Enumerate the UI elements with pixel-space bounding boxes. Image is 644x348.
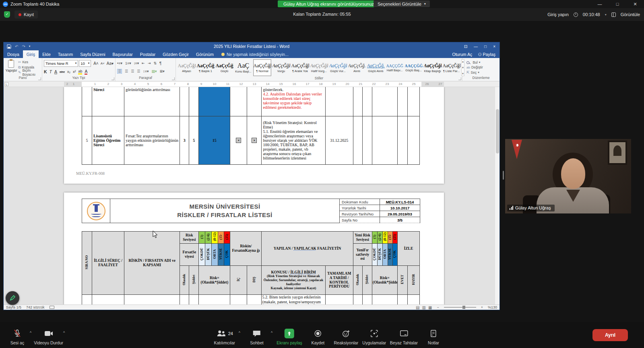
shared-screen-scroll-indicator[interactable] (503, 171, 504, 180)
sign-in-office[interactable]: Oturum Aç (452, 52, 473, 57)
tab-dosya[interactable]: Dosya (4, 50, 23, 58)
ribbon-display-icon[interactable]: ⊡ (464, 44, 467, 49)
style-altyazi[interactable]: AaÇçĞğHAltyazı (178, 59, 196, 76)
format-painter-button[interactable]: ✎Biçim Boyacısı (18, 70, 40, 75)
print-layout-icon[interactable]: ▥ (422, 305, 426, 310)
shading-icon[interactable]: ▨▾ (152, 69, 157, 73)
replace-button[interactable]: abDeğiştir (466, 65, 483, 70)
read-mode-icon[interactable]: ▤ (416, 305, 419, 310)
apps-button[interactable]: Uygulamalar (362, 325, 387, 345)
participant-video-tile[interactable]: Gülay Altun Uğraş (505, 139, 631, 213)
page-1[interactable]: Süreci görünürlüğünün arttırılması göste… (64, 87, 444, 184)
style-normal[interactable]: AaÇçĞğŀ¶ Normal (253, 59, 271, 76)
annotation-pen-button[interactable] (6, 291, 19, 305)
shrink-font-icon[interactable]: A˅ (101, 62, 105, 65)
select-button[interactable]: ⇱Seç ▾ (466, 70, 483, 75)
tab-basvurular[interactable]: Başvurular (109, 50, 136, 58)
notes-button[interactable]: Notlar (421, 325, 446, 345)
style-kitap-basligi[interactable]: AaÇçĞğlKitap Başlığı (423, 59, 442, 76)
style-guclu-alinti[interactable]: AaÇçĞğ.Güçlü Alıntı (367, 59, 385, 76)
document-area[interactable]: Süreci görünürlüğünün arttırılması göste… (4, 87, 500, 304)
style-hafif-basvuru[interactable]: AAÇÇĞĞHafif Başv... (386, 59, 404, 76)
zoom-slider-thumb[interactable] (462, 306, 465, 309)
zoom-out-icon[interactable]: − (437, 305, 439, 309)
share-document-button[interactable]: ⚇ Paylaş (478, 52, 495, 57)
multilevel-list-icon[interactable]: ⁝≡▾ (134, 61, 139, 65)
dialog-launcher-icon[interactable] (172, 77, 175, 80)
change-case-icon[interactable]: Aa▾ (107, 61, 114, 66)
tab-gorunum[interactable]: Görünüm (192, 50, 217, 58)
document-scrollbar[interactable] (495, 87, 500, 304)
word-count[interactable]: 742 sözcük (26, 305, 45, 309)
style-guclu-vurgu[interactable]: AaÇçĞğİGüçlü Vur... (329, 59, 347, 76)
share-screen-button[interactable]: Ekranı paylaş (277, 325, 302, 345)
zoom-level[interactable]: %130 (488, 305, 497, 309)
dialog-launcher-icon[interactable] (38, 77, 41, 80)
page-2[interactable]: MERSİN ÜNİVERSİTESİ RİSKLER / FIRSATLAR … (64, 193, 444, 304)
style-aralik-yok[interactable]: AaÇçĞğŀ¶ Aralık Yok (291, 59, 309, 76)
web-layout-icon[interactable]: ▦ (428, 305, 432, 310)
participants-chevron-icon[interactable]: ^ (239, 331, 240, 345)
view-button[interactable]: Görüntüle (621, 12, 640, 17)
underline-button[interactable]: A (54, 69, 57, 74)
borders-icon[interactable]: ⊞▾ (160, 69, 165, 73)
word-restore-button[interactable]: □ (484, 44, 487, 49)
whiteboards-button[interactable]: Beyaz Tahtalar (390, 325, 418, 345)
align-center-icon[interactable]: ☰ (125, 69, 128, 73)
decrease-indent-icon[interactable]: ⇤ (142, 61, 145, 65)
highlight-color-button[interactable]: ab (78, 69, 82, 75)
increase-indent-icon[interactable]: ⇥ (148, 61, 151, 65)
align-left-icon[interactable]: ☰ (117, 69, 122, 74)
keyboard-language-icon[interactable] (50, 306, 54, 309)
paste-button[interactable]: Yapıştır (5, 59, 17, 76)
tab-selector-icon[interactable]: L (4, 82, 8, 86)
checkbox-checked[interactable]: × (252, 138, 257, 143)
font-name-select[interactable]: Times New R▾ (44, 60, 78, 67)
style-hafif-vurgu[interactable]: AaÇçĞğİHafif Vurg... (310, 59, 328, 76)
chat-chevron-icon[interactable]: ^ (271, 331, 272, 345)
style-alinti[interactable]: AaÇçĞğ.Alıntı (348, 59, 366, 76)
leave-meeting-button[interactable]: Ayrıl (592, 329, 628, 341)
stop-video-button[interactable]: Videoyu Durdur (34, 325, 63, 345)
justify-icon[interactable]: ☰ (137, 69, 140, 73)
style-guclu[interactable]: AaÇçĞğlGüçlü (215, 59, 233, 76)
unmute-button[interactable]: Sesi aç (5, 325, 30, 345)
ruler[interactable]: L 21123456789101112131415161718192021222… (4, 81, 500, 87)
sign-in-link[interactable]: Giriş yapın (547, 12, 569, 17)
reactions-button[interactable]: Reaksiyonlar (334, 325, 359, 345)
tab-postalar[interactable]: Postalar (136, 50, 159, 58)
align-right-icon[interactable]: ☰ (131, 69, 134, 73)
bold-button[interactable]: K (44, 69, 47, 74)
grow-font-icon[interactable]: A˄ (93, 61, 99, 66)
video-chevron-icon[interactable]: ^ (63, 331, 65, 335)
font-color-button[interactable]: A (85, 69, 87, 75)
page-indicator[interactable]: Sayfa 1/5 (6, 305, 21, 309)
style-konu-basligi[interactable]: AaÇKonu Başl... (234, 59, 252, 76)
view-options-button[interactable]: Seçenekleri Görüntüle ▾ (374, 0, 430, 7)
line-spacing-icon[interactable]: ↕≡▾ (143, 69, 149, 73)
word-minimize-button[interactable]: — (474, 44, 478, 49)
scrollbar-thumb[interactable] (496, 109, 499, 153)
maximize-button[interactable]: □ (609, 0, 626, 8)
dialog-launcher-icon[interactable] (458, 77, 461, 80)
style-liste-paragraf[interactable]: AaÇçĞğŀ¶ Liste Par... (442, 59, 460, 76)
tab-giris[interactable]: Giriş (23, 50, 39, 58)
strikethrough-button[interactable]: abc (60, 70, 65, 74)
pilcrow-icon[interactable]: ¶ (159, 61, 161, 66)
zoom-in-icon[interactable]: + (481, 305, 483, 309)
font-size-select[interactable]: 10▾ (79, 60, 91, 67)
tab-sayfa-duzeni[interactable]: Sayfa Düzeni (76, 50, 109, 58)
timer-chevron-icon[interactable]: ▾ (605, 13, 607, 17)
participants-button[interactable]: 24 Katılımcılar (212, 325, 237, 345)
tell-me-box[interactable]: Ne yapmak istediğinizi söyleyin... (217, 50, 293, 58)
close-button[interactable]: ✕ (626, 0, 644, 8)
style-baslik1[interactable]: AaÇçĞğİ¶ Başlık 1 (196, 59, 215, 76)
zoom-slider[interactable] (444, 307, 476, 308)
cut-button[interactable]: ✂Kes (18, 60, 40, 64)
find-button[interactable]: Bul ▾ (466, 60, 483, 65)
italic-button[interactable]: T (50, 69, 52, 74)
numbered-list-icon[interactable]: 1≡▾ (125, 61, 131, 65)
style-guclu-basvuru[interactable]: AAÇÇĞĞGüçlü Baş... (405, 59, 423, 76)
minimize-button[interactable]: — (591, 0, 609, 8)
mic-chevron-icon[interactable]: ^ (30, 331, 31, 335)
